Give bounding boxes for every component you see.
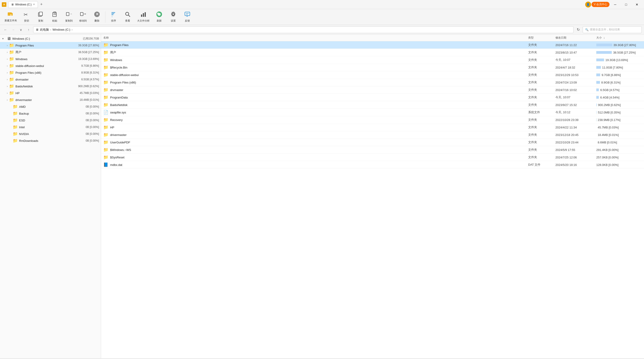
toolbar-cut[interactable]: ✂剪切 xyxy=(20,10,34,23)
paste-label: 粘贴 xyxy=(52,19,57,22)
sidebar-item-drivermaster[interactable]: ›📁drivermaster18.4MB [0.01%] xyxy=(0,96,101,103)
address-icon: 🖥 xyxy=(36,28,38,31)
new-folder-icon: + xyxy=(8,11,14,18)
folder-arrow[interactable]: › xyxy=(6,65,9,67)
tab-close-button[interactable]: ✕ xyxy=(33,3,35,6)
sidebar-item-intel[interactable]: 📁Intel0B [0.00%] xyxy=(0,124,101,130)
toolbar-paste[interactable]: 粘贴 xyxy=(48,10,62,23)
forward-button[interactable]: → xyxy=(10,26,16,33)
back-button[interactable]: ← xyxy=(2,26,9,33)
table-row[interactable]: 📁$Recycle.Bin文件夹2024/4/7 18:3211.0GB [7.… xyxy=(101,64,644,71)
file-size-cell: 8.9GB [6.31%] xyxy=(596,81,642,84)
refresh-label: 刷新 xyxy=(157,19,162,22)
sidebar-root-item[interactable]: ▼ 🖥 Windows (C:) 已用156.7GB xyxy=(0,35,101,42)
sidebar-item-esd[interactable]: 📁ESD0B [0.00%] xyxy=(0,117,101,124)
folder-arrow[interactable]: › xyxy=(6,78,9,81)
file-name-text: mdbx.dat xyxy=(110,163,122,167)
folder-icon: 📁 xyxy=(103,117,108,122)
header-size[interactable]: 大小 ↓ xyxy=(596,36,642,40)
table-row[interactable]: 📁Windows文件夹今天, 10:0719.3GB [13.69%] xyxy=(101,56,644,64)
close-button[interactable]: ✕ xyxy=(632,1,642,8)
table-row[interactable]: 📁HP文件夹2024/4/22 11:3445.7MB [0.03%] xyxy=(101,124,644,131)
maximize-button[interactable]: □ xyxy=(621,1,631,8)
header-type[interactable]: 类型 xyxy=(528,36,556,40)
new-tab-button[interactable]: + xyxy=(39,2,44,7)
folder-icon: 📁 xyxy=(13,104,18,109)
table-row[interactable]: 📁ProgramData文件夹今天, 10:076.4GB [4.54%] xyxy=(101,94,644,101)
table-row[interactable]: 📁Program Files文件夹2024/7/16 11:2239.3GB [… xyxy=(101,41,644,49)
user-avatar[interactable]: 👤 xyxy=(585,1,591,7)
header-name[interactable]: 名称 xyxy=(103,36,528,40)
up-button[interactable]: ↑ xyxy=(26,26,32,33)
sidebar-item-nvidia[interactable]: 📁NVIDIA0B [0.00%] xyxy=(0,130,101,137)
sidebar-item-stable-diffusion-webui[interactable]: ›📁stable-diffusion-webui9.7GB [6.86%] xyxy=(0,62,101,69)
toolbar-move-to[interactable]: ⇒移动到 xyxy=(76,10,90,23)
toolbar-view[interactable]: 查看 xyxy=(121,10,134,23)
table-row[interactable]: 📄swapfile.sys系统文件今天, 10:12512.0MB [0.35%… xyxy=(101,109,644,116)
file-size-text: 38.5GB [27.25%] xyxy=(613,51,636,54)
svg-rect-10 xyxy=(66,12,69,16)
sidebar-item-program-files[interactable]: ›📁Program Files39.3GB [27.80%] xyxy=(0,42,101,49)
file-type-cell: 系统文件 xyxy=(528,110,556,114)
table-row[interactable]: 📁Program Files (x86)文件夹2024/7/24 13:098.… xyxy=(101,79,644,86)
address-part-1[interactable]: 此电脑 xyxy=(40,28,49,32)
table-row[interactable]: 📁UserGuidePDF文件夹2022/10/28 23:448.6MB [0… xyxy=(101,139,644,146)
folder-icon: 📁 xyxy=(103,102,108,107)
sidebar-item-hp[interactable]: ›📁HP45.7MB [0.03%] xyxy=(0,90,101,96)
search-box[interactable]: 🔍 搜索全盘文件，秒出结果 xyxy=(583,26,642,33)
folder-arrow[interactable]: › xyxy=(6,44,9,47)
folder-arrow[interactable]: › xyxy=(6,99,9,101)
folder-icon: 📁 xyxy=(103,65,108,70)
toolbar-settings[interactable]: 设置 xyxy=(166,10,180,23)
toolbar-analyze[interactable]: 大文件分析 xyxy=(135,10,152,23)
address-box[interactable]: 🖥 此电脑 › Windows (C:) › xyxy=(33,26,574,33)
tab-windows-c[interactable]: 🖥 Windows (C:) ✕ xyxy=(8,1,38,8)
table-row[interactable]: 📁drivermaster文件夹2023/12/18 20:4518.4MB [… xyxy=(101,131,644,139)
table-row[interactable]: 📁$SysReset文件夹2024/7/25 12:06257.0KB [0.0… xyxy=(101,154,644,161)
down-button[interactable]: ∨ xyxy=(18,26,24,33)
address-part-2[interactable]: Windows (C:) xyxy=(52,28,70,31)
file-name-text: BaiduNetdisk xyxy=(110,103,128,107)
sidebar-item---[interactable]: ›📁用户38.5GB [27.25%] xyxy=(0,49,101,56)
header-date[interactable]: 修改日期 xyxy=(556,36,596,40)
file-icon: 📄 xyxy=(103,110,108,115)
file-size-cell: 900.2MB [0.62%] xyxy=(596,103,642,107)
toolbar-copy-to[interactable]: →复制到 xyxy=(62,10,76,23)
sidebar-item-rmdownloads[interactable]: 📁RmDownloads0B [0.00%] xyxy=(0,137,101,144)
sidebar-item-drvmaster[interactable]: ›📁drvmaster6.5GB [4.57%] xyxy=(0,76,101,83)
svg-rect-12 xyxy=(80,12,83,16)
sidebar-root-arrow[interactable]: ▼ xyxy=(2,37,6,40)
file-name-text: ProgramData xyxy=(110,96,128,99)
table-row[interactable]: 📁BaiduNetdisk文件夹2023/9/27 15:32900.2MB [… xyxy=(101,101,644,109)
toolbar-feedback[interactable]: 反馈 xyxy=(180,10,194,23)
table-row[interactable]: 📁Recovery文件夹2022/10/28 23:39238.9MB [0.1… xyxy=(101,116,644,124)
minimize-button[interactable]: ─ xyxy=(610,1,620,8)
table-row[interactable]: 📁stable-diffusion-webui文件夹2023/12/29 10:… xyxy=(101,71,644,79)
folder-arrow[interactable]: › xyxy=(6,51,9,53)
table-row[interactable]: 📁用户文件夹2023/8/15 10:4738.5GB [27.25%] xyxy=(101,49,644,56)
feedback-icon xyxy=(184,11,190,18)
table-row[interactable]: 📁drvmaster文件夹2024/7/16 10:026.5GB [4.57%… xyxy=(101,86,644,94)
sidebar-item-windows[interactable]: ›📁Windows19.3GB [13.69%] xyxy=(0,56,101,62)
sidebar-item-amd[interactable]: 📁AMD0B [0.00%] xyxy=(0,103,101,110)
toolbar-new-folder[interactable]: +新建文件夹 xyxy=(2,11,19,23)
size-bar xyxy=(596,88,599,91)
folder-arrow[interactable]: › xyxy=(6,71,9,74)
vip-badge[interactable]: V 会员中心 xyxy=(592,2,610,7)
toolbar-delete[interactable]: ✕删除 xyxy=(90,10,104,23)
tab-bar: 🖥 Windows (C:) ✕ + xyxy=(8,1,44,8)
table-row[interactable]: 📁$Windows.~WS文件夹2024/5/9 17:55291.4KB [0… xyxy=(101,146,644,154)
refresh-address-button[interactable]: ↻ xyxy=(575,26,581,33)
folder-arrow[interactable]: › xyxy=(6,85,9,88)
toolbar-copy[interactable]: 复制 xyxy=(34,10,48,23)
sidebar-item-baidunetdisk[interactable]: ›📁BaiduNetdisk900.2MB [0.62%] xyxy=(0,83,101,90)
sidebar-item-program-files--x86-[interactable]: ›📁Program Files (x86)8.9GB [6.31%] xyxy=(0,69,101,76)
toolbar-refresh[interactable]: 刷新 xyxy=(152,10,166,23)
table-row[interactable]: 📘mdbx.datDAT 文件2024/5/20 18:16128.0KB [0… xyxy=(101,161,644,169)
folder-arrow[interactable]: › xyxy=(6,58,9,60)
folder-arrow[interactable]: › xyxy=(6,92,9,94)
folder-icon: 📁 xyxy=(103,87,108,92)
size-bar xyxy=(596,73,600,76)
sidebar-item-backup[interactable]: 📁Backup0B [0.00%] xyxy=(0,110,101,117)
toolbar-sort[interactable]: ↕排序 xyxy=(107,10,120,23)
